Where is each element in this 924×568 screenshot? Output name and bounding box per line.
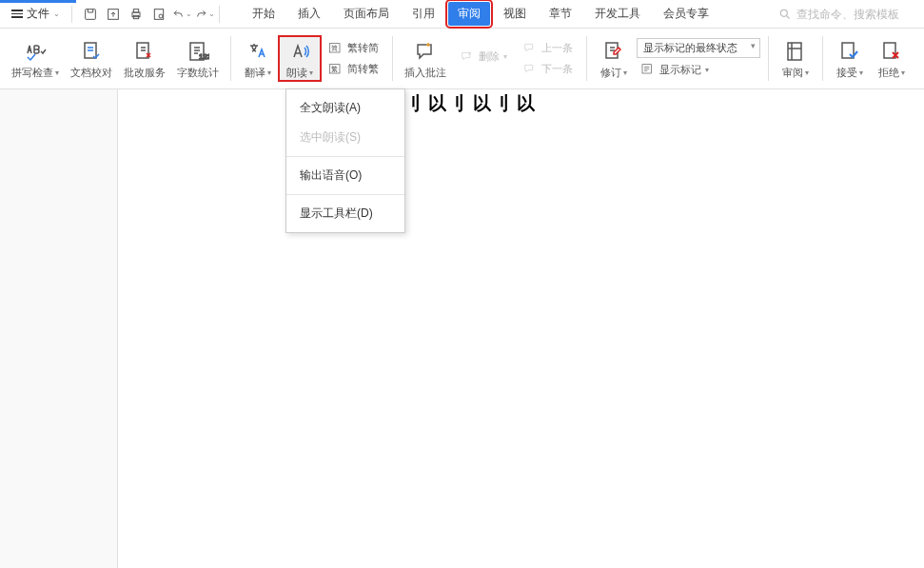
tab-pagelayout[interactable]: 页面布局 [334, 2, 399, 26]
search-icon [778, 8, 792, 21]
ribbon-tabs: 开始 插入 页面布局 引用 审阅 视图 章节 开发工具 会员专享 [243, 0, 718, 28]
trackchanges-button[interactable]: 修订▾ [593, 36, 635, 81]
delete-icon [460, 49, 475, 65]
tab-insert[interactable]: 插入 [288, 2, 330, 26]
tab-chapter[interactable]: 章节 [540, 2, 581, 26]
chevron-down-icon: ⌄ [53, 10, 60, 18]
document-area[interactable]: 刂 以刂 以刂 以 [118, 89, 924, 568]
prev-icon [522, 41, 538, 56]
tab-developer[interactable]: 开发工具 [585, 2, 650, 26]
reject-button[interactable]: 拒绝▾ [871, 36, 913, 81]
accept-icon [838, 38, 861, 65]
revservice-icon [133, 38, 156, 65]
tab-review[interactable]: 审阅 [448, 2, 490, 26]
command-search[interactable] [778, 8, 920, 21]
showmarkup-icon [640, 62, 656, 77]
preview-icon[interactable] [148, 4, 169, 25]
file-label: 文件 [27, 6, 49, 22]
document-text: 刂 以刂 以刂 以 [403, 91, 536, 116]
revservice-button[interactable]: 批改服务 [118, 36, 171, 81]
undo-icon[interactable]: ⌄ [171, 4, 192, 25]
spellcheck-icon [24, 38, 47, 65]
translate-icon [246, 38, 269, 65]
menu-output-audio[interactable]: 输出语音(O) [286, 161, 404, 190]
simp2trad-button[interactable]: 繁 简转繁 [324, 60, 383, 79]
title-bar: 文件 ⌄ ⌄ ⌄ 开始 插入 页面布局 引用 审阅 视图 章节 开发工具 会员专… [0, 0, 924, 29]
displaymode-select[interactable]: 显示标记的最终状态 [637, 38, 760, 58]
reviewpane-icon [784, 38, 807, 65]
redo-icon[interactable]: ⌄ [194, 4, 215, 25]
ribbon-review: 拼写检查▾ 文档校对 批改服务 123 字数统计 翻译▾ 朗读▾ 简 繁转简 [0, 29, 924, 89]
wordcount-icon: 123 [187, 38, 209, 65]
svg-text:简: 简 [331, 45, 338, 51]
hamburger-icon [11, 10, 23, 18]
svg-text:繁: 繁 [331, 66, 338, 73]
svg-text:123: 123 [199, 52, 209, 61]
next-icon [522, 62, 538, 77]
trad2simp-button[interactable]: 简 繁转简 [324, 39, 383, 58]
svg-rect-3 [133, 9, 138, 11]
showmarkup-button[interactable]: 显示标记▾ [637, 60, 760, 79]
navigation-pane[interactable] [0, 89, 118, 568]
accept-button[interactable]: 接受▾ [829, 36, 871, 81]
trackchanges-icon [602, 38, 625, 65]
export-icon[interactable] [103, 4, 124, 25]
tab-member[interactable]: 会员专享 [654, 2, 718, 26]
readaloud-button[interactable]: 朗读▾ [279, 36, 321, 81]
file-menu-button[interactable]: 文件 ⌄ [4, 0, 68, 28]
quick-access-toolbar: ⌄ ⌄ [80, 4, 215, 25]
tab-start[interactable]: 开始 [243, 2, 285, 26]
svg-point-7 [780, 10, 787, 16]
workspace: 刂 以刂 以刂 以 [0, 89, 924, 568]
save-icon[interactable] [80, 4, 101, 25]
print-icon[interactable] [126, 4, 147, 25]
menu-show-toolbar[interactable]: 显示工具栏(D) [286, 199, 404, 228]
menu-read-selection: 选中朗读(S) [286, 123, 404, 152]
tab-view[interactable]: 视图 [494, 2, 536, 26]
menu-separator [286, 194, 404, 195]
comment-icon [414, 38, 437, 65]
translate-button[interactable]: 翻译▾ [237, 36, 279, 81]
simp2trad-icon: 繁 [328, 62, 344, 77]
trad2simp-icon: 简 [328, 41, 344, 56]
insertcomment-button[interactable]: 插入批注 [399, 36, 452, 81]
svg-rect-18 [788, 43, 801, 60]
delete-comment-button: 删除▾ [456, 48, 511, 67]
next-comment-button: 下一条 [519, 60, 577, 79]
svg-rect-0 [86, 9, 96, 19]
prev-comment-button: 上一条 [519, 39, 577, 58]
wordcount-button[interactable]: 123 字数统计 [171, 36, 225, 81]
menu-separator [286, 156, 404, 157]
spellcheck-button[interactable]: 拼写检查▾ [6, 36, 65, 81]
search-input[interactable] [796, 8, 911, 21]
tab-references[interactable]: 引用 [403, 2, 444, 26]
readaloud-icon [288, 38, 311, 65]
doccheck-icon [80, 38, 103, 65]
reviewpane-button[interactable]: 审阅▾ [775, 36, 816, 81]
doccheck-button[interactable]: 文档校对 [65, 36, 118, 81]
menu-read-all[interactable]: 全文朗读(A) [286, 93, 404, 123]
svg-point-6 [159, 14, 163, 18]
readaloud-dropdown: 全文朗读(A) 选中朗读(S) 输出语音(O) 显示工具栏(D) [285, 88, 405, 233]
reject-icon [880, 38, 903, 65]
